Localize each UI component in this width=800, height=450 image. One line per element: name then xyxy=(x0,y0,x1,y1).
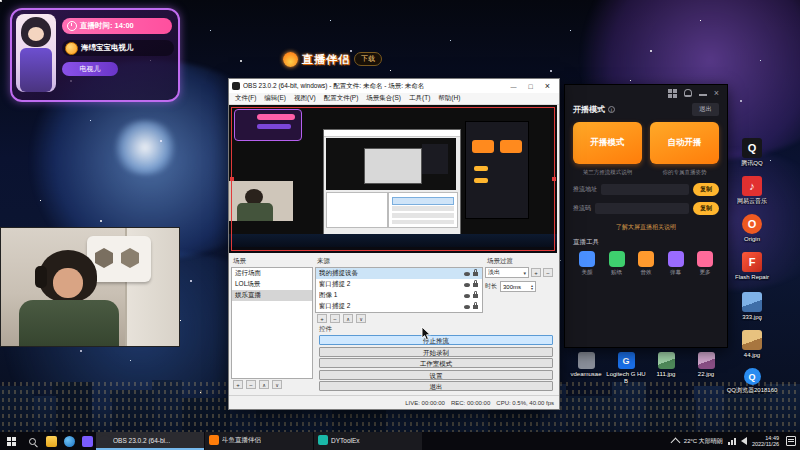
desktop-icon-netease-music[interactable]: ♪ 网易云音乐 xyxy=(726,176,778,205)
scene-item[interactable]: LOL场景 xyxy=(232,279,312,290)
scene-up-icon[interactable] xyxy=(259,380,269,389)
source-item[interactable]: 窗口捕捉 2 xyxy=(316,279,482,290)
close-icon[interactable]: × xyxy=(714,89,719,98)
tray-expand-icon[interactable] xyxy=(670,437,680,447)
weather-widget[interactable]: 22°C 大部晴朗 xyxy=(684,437,723,446)
pinned-app-browser[interactable] xyxy=(60,432,78,450)
lock-icon[interactable] xyxy=(473,283,478,287)
spinner-arrows-icon[interactable]: ▴▾ xyxy=(531,284,533,290)
lock-icon[interactable] xyxy=(473,272,478,276)
desktop-icon-image-44[interactable]: 44.jpg xyxy=(726,330,778,359)
menu-view[interactable]: 视图(V) xyxy=(291,94,319,103)
bell-icon[interactable] xyxy=(684,89,692,97)
tool-beauty[interactable]: 美颜 xyxy=(575,251,599,276)
tool-sticker[interactable]: 贴纸 xyxy=(605,251,629,276)
scene-item[interactable]: 运行场面 xyxy=(232,268,312,279)
taskbar-clock[interactable]: 14:49 2022/11/26 xyxy=(752,435,779,447)
action-center-icon[interactable] xyxy=(786,436,796,446)
scene-down-icon[interactable] xyxy=(272,380,282,389)
menu-file[interactable]: 文件(F) xyxy=(232,94,259,103)
scenes-toolbar xyxy=(231,379,313,390)
add-source-icon[interactable] xyxy=(317,314,327,323)
menu-tools[interactable]: 工具(T) xyxy=(406,94,433,103)
task-obs[interactable]: OBS 23.0.2 (64-bi... xyxy=(96,432,204,450)
studio-mode-button[interactable]: 工作室模式 xyxy=(319,358,553,368)
danmaku-icon xyxy=(668,251,684,267)
lock-icon[interactable] xyxy=(473,305,478,309)
tool-more[interactable]: 更多 xyxy=(693,251,717,276)
preview-mini-titlebar xyxy=(324,130,460,137)
tool-danmaku[interactable]: 弹幕 xyxy=(664,251,688,276)
bigscreen-help-link[interactable]: 了解大屏直播相关说明 xyxy=(565,218,727,235)
obs-title-bar[interactable]: OBS 23.0.2 (64-bit, windows) - 配置文件: 未命名… xyxy=(229,79,559,93)
exit-button[interactable]: 退出 xyxy=(319,381,553,391)
close-button[interactable] xyxy=(539,80,556,93)
minimize-icon[interactable] xyxy=(699,94,707,96)
start-record-button[interactable]: 开始录制 xyxy=(319,347,553,357)
desktop-icon-vdeamusae[interactable]: vdeamusae xyxy=(566,352,606,378)
lock-icon[interactable] xyxy=(473,294,478,298)
icon-label: vdeamusae xyxy=(566,371,606,378)
volume-icon[interactable] xyxy=(741,437,747,445)
desktop-icon-qq-browser[interactable]: Q QQ浏览器2018160 xyxy=(726,368,778,394)
selection-handle[interactable] xyxy=(552,177,556,181)
streamer-badge-label: 电视儿 xyxy=(80,64,101,74)
maximize-button[interactable] xyxy=(522,80,539,93)
visibility-eye-icon[interactable] xyxy=(464,294,470,298)
douyu-task-icon xyxy=(209,435,219,445)
menu-scene-collection[interactable]: 场景集合(S) xyxy=(363,94,404,103)
source-item[interactable]: 我的捕捉设备 xyxy=(316,268,482,279)
source-item[interactable]: 图像 1 xyxy=(316,290,482,301)
pinned-app-store[interactable] xyxy=(78,432,96,450)
obs-preview-canvas[interactable] xyxy=(229,105,557,253)
grid-icon[interactable] xyxy=(668,89,677,98)
menu-edit[interactable]: 编辑(E) xyxy=(261,94,289,103)
remove-scene-icon[interactable] xyxy=(246,380,256,389)
desktop-icon-origin[interactable]: O Origin xyxy=(726,214,778,243)
copy-key-button[interactable]: 复制 xyxy=(693,202,719,215)
desktop-icon-image-333[interactable]: 333.jpg xyxy=(726,292,778,321)
info-icon[interactable]: i xyxy=(608,106,615,113)
tool-label: 弹幕 xyxy=(664,269,688,276)
menu-profile[interactable]: 配置文件(P) xyxy=(321,94,362,103)
task-douyu-companion[interactable]: 斗鱼直播伴侣 xyxy=(205,432,313,450)
source-down-icon[interactable] xyxy=(356,314,366,323)
visibility-eye-icon[interactable] xyxy=(464,283,470,287)
windows-logo-icon xyxy=(7,437,16,446)
start-button[interactable] xyxy=(0,432,22,450)
source-up-icon[interactable] xyxy=(343,314,353,323)
remove-source-icon[interactable] xyxy=(330,314,340,323)
visibility-eye-icon[interactable] xyxy=(464,305,470,309)
minimize-button[interactable] xyxy=(505,80,522,93)
add-scene-icon[interactable] xyxy=(233,380,243,389)
scene-item[interactable]: 娱乐直播 xyxy=(232,290,312,301)
task-dytoolex[interactable]: DYToolEx xyxy=(314,432,422,450)
scenes-dock-title: 场景 xyxy=(231,256,313,267)
duration-spinner[interactable]: 300ms ▴▾ xyxy=(500,281,536,292)
network-icon[interactable] xyxy=(728,438,736,445)
desktop-icon-image-111[interactable]: 111.jpg xyxy=(646,352,686,378)
tool-sound[interactable]: 音效 xyxy=(634,251,658,276)
add-transition-icon[interactable] xyxy=(531,268,541,277)
desktop-icon-logitech[interactable]: G Logitech G HUB xyxy=(606,352,646,385)
source-item[interactable]: 窗口捕捉 2 xyxy=(316,301,482,312)
desktop-icon-flash-repair[interactable]: F Flash Repair xyxy=(726,252,778,281)
desktop-icon-qq[interactable]: Q 腾讯QQ xyxy=(726,138,778,167)
companion-quit-button[interactable]: 退出 xyxy=(692,103,719,116)
stream-info-widget: 直播时间: 14:00 海绵宝宝电视儿 电视儿 xyxy=(10,8,180,102)
mode-card-sub: 第三方推流模式说明 xyxy=(573,169,642,176)
transition-select[interactable]: 淡出 xyxy=(485,267,529,278)
selection-handle[interactable] xyxy=(230,177,234,181)
pinned-app-explorer[interactable] xyxy=(42,432,60,450)
banner-download-tag[interactable]: 下载 xyxy=(354,52,382,66)
desktop-icon-image-22[interactable]: 22.jpg xyxy=(686,352,726,378)
stop-stream-button[interactable]: 停止推流 xyxy=(319,335,553,345)
visibility-eye-icon[interactable] xyxy=(464,272,470,276)
mode-card-third-party[interactable]: 开播模式 xyxy=(573,122,642,164)
remove-transition-icon[interactable] xyxy=(543,268,553,277)
settings-button[interactable]: 设置 xyxy=(319,370,553,380)
copy-url-button[interactable]: 复制 xyxy=(693,183,719,196)
taskbar-search-button[interactable] xyxy=(22,432,42,450)
mode-card-auto[interactable]: 自动开播 xyxy=(650,122,719,164)
menu-help[interactable]: 帮助(H) xyxy=(435,94,463,103)
